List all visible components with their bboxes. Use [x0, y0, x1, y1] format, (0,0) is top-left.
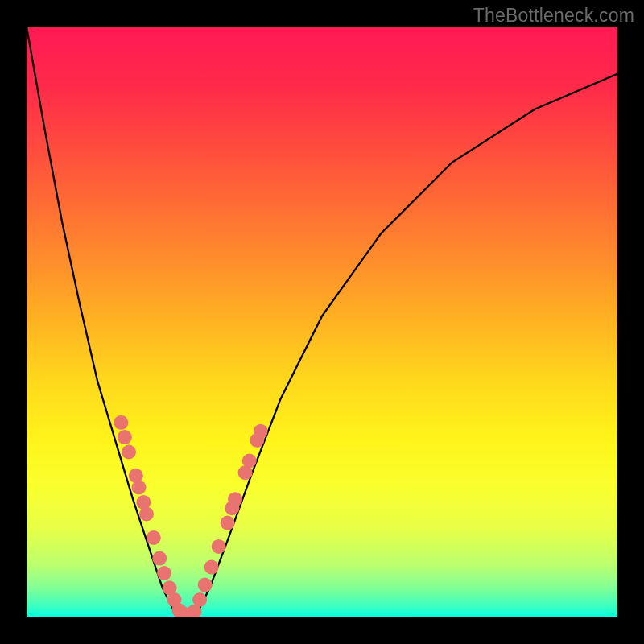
data-marker — [198, 578, 213, 592]
chart-svg — [27, 27, 617, 617]
data-marker — [157, 566, 171, 580]
watermark-text: TheBottleneck.com — [473, 5, 634, 27]
data-marker — [147, 530, 161, 545]
plot-area — [27, 27, 617, 617]
data-marker — [204, 560, 219, 575]
data-marker — [152, 551, 167, 566]
data-marker — [212, 539, 226, 554]
data-marker — [122, 445, 136, 460]
marker-group — [114, 415, 267, 617]
data-marker — [228, 492, 242, 506]
chart-stage: TheBottleneck.com — [0, 0, 644, 644]
data-marker — [221, 516, 235, 530]
data-marker — [114, 415, 128, 430]
data-marker — [254, 424, 268, 439]
data-marker — [132, 481, 147, 495]
data-marker — [118, 430, 132, 444]
data-marker — [242, 454, 257, 469]
data-marker — [139, 507, 154, 522]
bottleneck-curve — [27, 27, 617, 617]
